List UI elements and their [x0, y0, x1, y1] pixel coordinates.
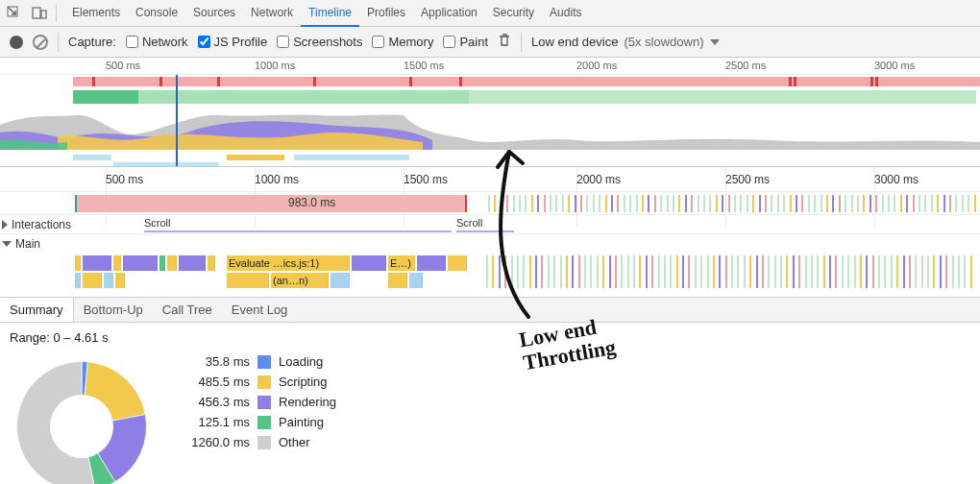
capture-label: Capture:: [68, 35, 116, 49]
interactions-row: Interactions ScrollScroll: [0, 215, 980, 234]
main-flame-chart[interactable]: Evaluate …ics.js:1)E…) (an…n): [0, 254, 980, 298]
chevron-down-icon: [710, 39, 720, 45]
capture-jsprofile-checkbox[interactable]: JS Profile: [198, 35, 268, 49]
frame-duration-label: 983.0 ms: [288, 196, 335, 209]
devtools-tabbar: ElementsConsoleSourcesNetworkTimelinePro…: [0, 0, 980, 27]
svg-rect-2: [41, 11, 46, 18]
interaction-event[interactable]: Scroll: [144, 217, 452, 232]
interactions-title: Interactions: [12, 218, 71, 231]
summary-legend: 35.8 msLoading485.5 msScripting456.3 msR…: [181, 354, 336, 449]
fps-row: [73, 77, 980, 86]
ruler-tick: 500 ms: [106, 60, 140, 71]
capture-screenshots-checkbox[interactable]: Screenshots: [277, 35, 362, 49]
flame-slice[interactable]: [159, 255, 165, 271]
overview-mini: [73, 155, 980, 164]
ruler-tick: 2500 ms: [725, 60, 766, 71]
ruler-tick: 3000 ms: [874, 60, 915, 71]
flame-slice[interactable]: [417, 255, 446, 271]
interaction-event[interactable]: Scroll: [456, 217, 514, 232]
throttling-dropdown[interactable]: Low end device (5x slowdown): [531, 35, 719, 49]
svg-rect-1: [33, 8, 40, 18]
capture-paint-checkbox[interactable]: Paint: [443, 35, 488, 49]
flame-slice[interactable]: [352, 255, 386, 271]
ruler-tick: 1500 ms: [404, 60, 444, 71]
tab-security[interactable]: Security: [485, 0, 542, 27]
inspect-icon[interactable]: [6, 5, 23, 22]
range-text: Range: 0 – 4.61 s: [10, 330, 970, 345]
tab-sources[interactable]: Sources: [185, 0, 243, 27]
flame-slice[interactable]: [113, 255, 121, 271]
flame-slice[interactable]: [83, 273, 102, 288]
disclosure-triangle-icon[interactable]: [2, 241, 12, 247]
tab-timeline[interactable]: Timeline: [301, 0, 359, 27]
flame-slice[interactable]: [123, 255, 158, 271]
flame-slice[interactable]: [75, 255, 81, 271]
separator: [521, 33, 522, 52]
ruler-tick: 2000 ms: [576, 60, 617, 71]
frame-band-bar: [75, 195, 980, 212]
timeline-toolbar: Capture: Network JS Profile Screenshots …: [0, 27, 980, 58]
legend-row: 35.8 msLoading: [181, 354, 336, 369]
device-toggle-icon[interactable]: [31, 5, 48, 22]
separator: [58, 33, 59, 52]
summary-tab-summary[interactable]: Summary: [0, 298, 74, 322]
svg-point-3: [50, 395, 113, 458]
frame-band[interactable]: 983.0 ms: [0, 192, 980, 215]
flame-slice[interactable]: E…): [388, 255, 415, 271]
disclosure-triangle-icon[interactable]: [2, 220, 8, 230]
flame-slice[interactable]: Evaluate …ics.js:1): [227, 255, 350, 271]
ruler-tick: 2500 ms: [725, 173, 770, 186]
main-title: Main: [15, 237, 40, 251]
tab-console[interactable]: Console: [128, 0, 185, 27]
ruler-tick: 3000 ms: [874, 173, 919, 186]
tab-audits[interactable]: Audits: [542, 0, 589, 27]
flame-slice[interactable]: [104, 273, 113, 288]
summary-tab-call-tree[interactable]: Call Tree: [153, 298, 222, 322]
flame-slice[interactable]: [208, 255, 215, 271]
flame-slice[interactable]: [115, 273, 125, 288]
overview-flame: [0, 108, 980, 150]
summary-tab-event-log[interactable]: Event Log: [222, 298, 298, 322]
legend-row: 1260.0 msOther: [181, 435, 336, 449]
separator: [56, 5, 57, 22]
legend-row: 125.1 msPainting: [181, 415, 336, 429]
record-button[interactable]: [10, 36, 23, 49]
capture-memory-checkbox[interactable]: Memory: [372, 35, 433, 49]
summary-pane: Range: 0 – 4.61 s 35.8 msLoading485.5 ms…: [0, 323, 980, 484]
summary-tab-bottom-up[interactable]: Bottom-Up: [74, 298, 153, 322]
ruler-tick: 2000 ms: [576, 173, 621, 186]
tab-profiles[interactable]: Profiles: [359, 0, 413, 27]
summary-pie-chart: [10, 354, 154, 484]
ruler-tick: 1000 ms: [255, 173, 299, 186]
flame-slice[interactable]: [83, 255, 111, 271]
capture-network-checkbox[interactable]: Network: [126, 35, 188, 49]
cursor-line: [176, 75, 178, 166]
legend-row: 456.3 msRendering: [181, 395, 336, 409]
flame-slice[interactable]: [227, 273, 269, 288]
main-ruler[interactable]: 500 ms1000 ms1500 ms2000 ms2500 ms3000 m…: [0, 171, 980, 192]
cpu-row: [73, 90, 980, 104]
ruler-tick: 500 ms: [106, 173, 143, 186]
flame-slice[interactable]: [448, 255, 467, 271]
main-row-header: Main: [0, 234, 980, 254]
trash-icon[interactable]: [498, 33, 511, 51]
ruler-tick: 1000 ms: [255, 60, 295, 71]
flame-slice[interactable]: [331, 273, 350, 288]
flame-slice[interactable]: [75, 273, 81, 288]
flame-slice[interactable]: [388, 273, 407, 288]
summary-tabbar: SummaryBottom-UpCall TreeEvent Log: [0, 298, 980, 323]
legend-row: 485.5 msScripting: [181, 375, 336, 389]
tab-elements[interactable]: Elements: [64, 0, 128, 27]
tab-application[interactable]: Application: [413, 0, 485, 27]
flame-slice[interactable]: [409, 273, 423, 288]
ruler-tick: 1500 ms: [404, 173, 448, 186]
tab-network[interactable]: Network: [243, 0, 301, 27]
clear-button[interactable]: [33, 35, 48, 50]
flame-slice[interactable]: [167, 255, 177, 271]
overview-ruler[interactable]: 500 ms1000 ms1500 ms2000 ms2500 ms3000 m…: [0, 58, 980, 75]
flame-slice[interactable]: [179, 255, 206, 271]
overview-pane[interactable]: [0, 75, 980, 167]
flame-slice[interactable]: (an…n): [271, 273, 329, 288]
